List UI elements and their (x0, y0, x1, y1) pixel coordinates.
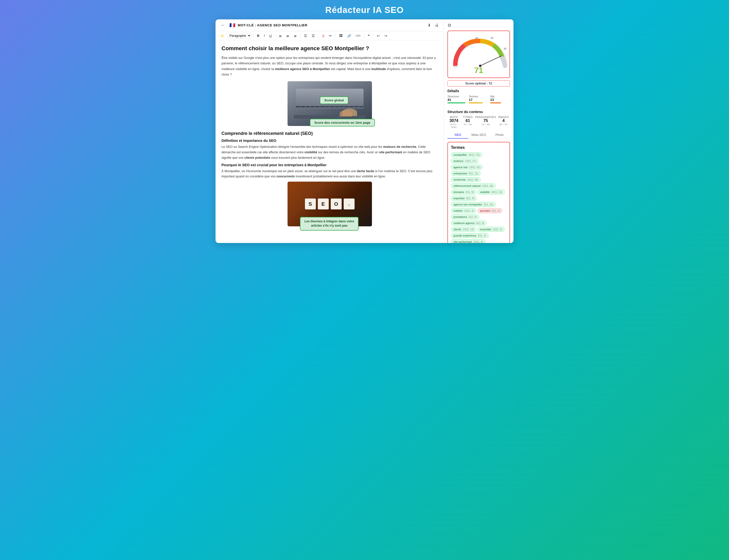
term-grande-experience: grande expérience 2/(1, 4) (451, 233, 489, 238)
italic-button[interactable]: I (263, 33, 267, 38)
term-visibilite: visibilité 18/(1, 14) (477, 190, 505, 195)
divider-1 (253, 34, 254, 38)
divider-4 (318, 34, 319, 38)
details-section: Détails Structure 41 Termes 17 Nlp 13 (447, 89, 510, 104)
laptop-image (288, 81, 372, 126)
svg-text:40: 40 (475, 37, 478, 40)
list-ul-button[interactable]: ☰ (303, 33, 309, 39)
struct-images: IMAGES 4 84 – 97 (497, 116, 510, 128)
highlight-button[interactable]: ✏ (328, 33, 334, 39)
nlp-label: Nlp (490, 95, 510, 98)
seo-tile-comma: , (344, 199, 355, 209)
term-pourtant: pourtant 0/(1, 4) (477, 208, 502, 213)
details-grid: Structure 41 Termes 17 Nlp 13 (447, 95, 510, 103)
termes-panel: Termes montpellier 32/(1, 74) moteurs 13… (447, 142, 510, 243)
divider-5 (336, 34, 336, 38)
back-button[interactable]: ← (220, 22, 227, 28)
section1-para1: Le SEO ou Search Engine Optimization dés… (222, 144, 438, 160)
redo-button[interactable]: ↪ (383, 33, 389, 39)
struct-paragraphes: PARAGRAPHES 75 74 – 85 (475, 116, 496, 128)
term-entreprises: entreprises 9/(1, 11) (451, 171, 481, 176)
underline-button[interactable]: U (268, 33, 273, 38)
divider-3 (300, 34, 301, 38)
term-site-performant: site performant 10/(1, 4) (451, 239, 485, 243)
svg-text:80: 80 (504, 47, 507, 50)
term-matiere: matière 11/(1, 4) (451, 208, 476, 213)
svg-text:0: 0 (453, 68, 455, 68)
left-panel: ← 🇫🇷 MOT-CLÉ : AGENCE SEO MONTPELLIER ⬇ … (216, 19, 444, 243)
struct-titres: TITRES 61 57 – 66 (461, 116, 474, 128)
details-title: Détails (447, 89, 510, 93)
seo-letters: S E O , (305, 199, 355, 209)
tabs-row: SEO Meta SEO Photo (447, 131, 510, 139)
right-panel: ⚙ 0 20 40 60 80 1 (444, 19, 513, 243)
detail-nlp: Nlp 13 (490, 95, 510, 103)
toolbar: ✨ Paragraphe B I U ≣ ≣ ≣ ☰ ☰ A ✏ 🖼 🔗 </>… (216, 31, 444, 40)
section1-title: Comprendre le référencement naturel (SEO… (222, 131, 438, 136)
section1-sub1: Définition et importance du SEO (222, 139, 438, 143)
tab-photo[interactable]: Photo (489, 131, 510, 139)
bold-button[interactable]: B (256, 33, 261, 38)
term-referencement-naturel: référencement naturel 13/(1, 18) (451, 183, 495, 188)
tab-seo[interactable]: SEO (447, 131, 468, 139)
terms-grid: montpellier 32/(1, 74) moteurs 13/(1, 17… (451, 152, 506, 243)
svg-line-6 (480, 56, 501, 66)
termes-bar (469, 102, 483, 103)
term-montpellier: montpellier 32/(1, 74) (451, 152, 482, 157)
term-prestations: prestations 2/(1, 5) (451, 214, 479, 219)
score-optimal: Score optimal : 72 (447, 80, 510, 86)
list-ol-button[interactable]: ☰ (310, 33, 316, 39)
structure-label: Structure (447, 95, 467, 98)
main-container: ← 🇫🇷 MOT-CLÉ : AGENCE SEO MONTPELLIER ⬇ … (216, 19, 513, 243)
font-color-button[interactable]: A (321, 33, 326, 38)
term-recherche: recherche 26/(1, 40) (451, 177, 481, 182)
term-meilleure-agence: meilleure agence 6/(1, 8) (451, 221, 487, 226)
struct-mots: MOTS 3074 3079 – 3542 (447, 116, 460, 128)
section1-para2: À Montpellier, où l'économie numérique e… (222, 168, 438, 179)
termes-label: Termes (469, 95, 489, 98)
section1-sub2: Pourquoi le SEO est crucial pour les ent… (222, 163, 438, 167)
structure-value: 41 (447, 98, 467, 102)
structure-grid: MOTS 3074 3079 – 3542 TITRES 61 57 – 66 … (447, 116, 510, 128)
term-moteurs: moteurs 13/(1, 17) (451, 159, 478, 163)
settings-icon[interactable]: ⚙ (447, 23, 510, 28)
ai-button[interactable]: ✨ (219, 33, 226, 39)
style-select[interactable]: Paragraphe (227, 33, 251, 39)
align-left-button[interactable]: ≣ (277, 33, 283, 39)
align-center-button[interactable]: ≣ (285, 33, 291, 39)
term-clients: clients 14/(1, 13) (451, 227, 476, 232)
flag-icon: 🇫🇷 (230, 22, 235, 28)
svg-text:20: 20 (458, 47, 461, 50)
nlp-value: 13 (490, 98, 510, 102)
article-intro: Être visible sur Google n'est plus une o… (222, 55, 438, 77)
undo-button[interactable]: ↩ (375, 33, 381, 39)
divider-7 (373, 34, 373, 38)
gauge-svg: 0 20 40 60 80 100 (450, 34, 510, 68)
quote-button[interactable]: ❝ (366, 33, 371, 39)
link-button[interactable]: 🔗 (346, 33, 353, 39)
term-expertise: expertise 8/(1, 8) (451, 196, 477, 201)
seo-tile-o: O (331, 199, 342, 209)
structure-title: Structure du contenu (447, 110, 510, 114)
align-right-button[interactable]: ≣ (292, 33, 298, 39)
detail-structure: Structure 41 (447, 95, 467, 103)
editor-header: ← 🇫🇷 MOT-CLÉ : AGENCE SEO MONTPELLIER ⬇ … (216, 19, 444, 31)
term-domaine: domaine 2/(1, 9) (451, 190, 476, 195)
code-button[interactable]: </> (354, 33, 362, 38)
gauge-score: 71 (450, 66, 507, 75)
term-agence-seo-montpellier: agence seo montpellier 2/(1, 16) (451, 202, 496, 207)
editor-content[interactable]: Comment choisir la meilleure agence SEO … (216, 40, 444, 239)
tab-meta-seo[interactable]: Meta SEO (468, 131, 489, 139)
nlp-bar (490, 102, 501, 103)
seo-image: S E O , (288, 182, 372, 226)
seo-tile-e: E (318, 199, 329, 209)
term-essentiel: essentiel 12/(1, 4) (477, 227, 504, 232)
print-button[interactable]: 🖨 (434, 22, 440, 29)
download-button[interactable]: ⬇ (426, 22, 432, 29)
termes-title: Termes (451, 145, 506, 150)
seo-tile-s: S (305, 199, 316, 209)
image-button[interactable]: 🖼 (338, 33, 344, 38)
mot-cle-label: MOT-CLÉ : AGENCE SEO MONTPELLIER (238, 23, 308, 27)
article-title: Comment choisir la meilleure agence SEO … (222, 45, 438, 52)
detail-termes: Termes 17 (469, 95, 489, 103)
